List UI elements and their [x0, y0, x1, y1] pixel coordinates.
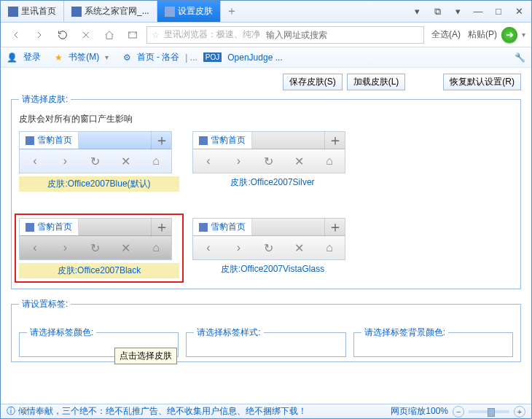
tab-bg-fieldset: 请选择标签背景颜色: — [353, 326, 513, 357]
tab-label: 设置皮肤 — [178, 5, 213, 17]
bookmark-poj[interactable]: OpenJudge ... — [227, 52, 282, 63]
home-button[interactable] — [100, 26, 119, 44]
title-tabs: 里讯首页 系统之家官网_... 设置皮肤 ＋ — [1, 1, 404, 22]
tab-label: 里讯首页 — [21, 5, 56, 17]
back-button[interactable] — [7, 26, 26, 44]
luogu-icon: ⚙ — [123, 52, 131, 63]
save-skin-button[interactable]: 保存皮肤(S) — [283, 74, 343, 90]
new-tab-button[interactable]: ＋ — [221, 1, 243, 22]
skin-preview: 雪豹首页＋ ‹ › ↻ ✕ ⌂ — [192, 131, 345, 173]
plus-icon: ＋ — [151, 130, 171, 150]
tooltip: 点击选择皮肤 — [114, 348, 177, 364]
menu-dropdown[interactable]: ▾ — [410, 6, 423, 17]
tab-style-legend: 请选择标签样式: — [194, 326, 263, 339]
zoom-in-button[interactable]: + — [514, 406, 525, 418]
back-icon: ‹ — [198, 241, 219, 254]
login-link[interactable]: 登录 — [23, 51, 41, 63]
maximize-button[interactable]: □ — [492, 6, 505, 17]
stop-button[interactable] — [77, 26, 95, 44]
zoom-label: 网页缩放100% — [391, 405, 448, 418]
skin-option-blue[interactable]: 雪豹首页＋ ‹ › ↻ ✕ ⌂ 皮肤:Office2007Blue(默认) — [19, 131, 179, 192]
skin-option-black[interactable]: 雪豹首页＋ ‹ › ↻ ✕ ⌂ 皮肤:Office2007Black — [19, 218, 179, 278]
tab-style-fieldset: 请选择标签样式: — [186, 326, 345, 357]
sidebar-button[interactable] — [123, 26, 142, 44]
home-icon: ⌂ — [146, 241, 166, 254]
bookmarks-menu[interactable]: 书签(M) — [69, 51, 99, 63]
paste-button[interactable]: 粘贴(P) — [468, 28, 497, 41]
compact-mode-icon[interactable]: ⧉ — [431, 6, 444, 17]
reload-icon: ↻ — [85, 154, 106, 168]
user-icon[interactable]: 👤 — [7, 52, 17, 63]
back-icon: ‹ — [25, 241, 45, 254]
zoom-slider[interactable] — [469, 410, 509, 413]
zoom-out-button[interactable]: − — [453, 406, 464, 418]
close-button[interactable]: ✕ — [512, 6, 525, 17]
skin-legend: 请选择皮肤: — [19, 93, 71, 106]
tab-bg-legend: 请选择标签背景颜色: — [361, 326, 448, 339]
bookmarks-dropdown[interactable]: ▾ — [105, 53, 109, 61]
select-all-button[interactable]: 全选(A) — [431, 28, 461, 41]
plus-icon: ＋ — [324, 217, 345, 237]
app-icon — [8, 7, 18, 17]
star-icon: ★ — [55, 52, 63, 63]
skin-label: 皮肤:Office2007Black — [19, 263, 179, 278]
go-dropdown[interactable]: ▾ — [522, 31, 525, 39]
stop-icon: ✕ — [116, 154, 136, 168]
app-icon — [26, 223, 34, 232]
skin-label: 皮肤:Office2007Blue(默认) — [19, 176, 179, 192]
load-skin-button[interactable]: 加载皮肤(L) — [347, 74, 406, 90]
window-controls: ▾ ⧉ ▾ — □ ✕ — [404, 6, 531, 17]
bookmark-bar: 👤 登录 ★ 书签(M) ▾ ⚙ 首页 - 洛谷 | ... POJ OpenJ… — [1, 47, 531, 68]
skin-label: 皮肤:Office2007Silver — [192, 176, 353, 189]
go-button[interactable]: ➔ — [501, 27, 517, 43]
bookmark-more[interactable]: | ... — [185, 52, 197, 63]
title-tab-0[interactable]: 里讯首页 — [1, 1, 64, 22]
content: 保存皮肤(S) 加载皮肤(L) 恢复默认设置(R) 请选择皮肤: 皮肤会对所有的… — [1, 68, 531, 404]
address-bar[interactable]: ☆ 里讯浏览器：极速、纯净 — [146, 26, 424, 44]
stop-icon: ✕ — [289, 241, 310, 255]
home-icon: ⌂ — [319, 154, 340, 168]
title-tab-1[interactable]: 系统之家官网_... — [64, 1, 157, 22]
minimize-button[interactable]: — — [472, 6, 485, 17]
app-icon — [71, 7, 82, 17]
tabs-legend: 请设置标签: — [19, 298, 71, 310]
compact-dropdown[interactable]: ▾ — [451, 6, 464, 17]
skin-option-silver[interactable]: 雪豹首页＋ ‹ › ↻ ✕ ⌂ 皮肤:Office2007Silver — [192, 131, 353, 192]
skin-preview: 雪豹首页＋ ‹ › ↻ ✕ ⌂ — [19, 131, 172, 173]
toolbar: ☆ 里讯浏览器：极速、纯净 全选(A) 粘贴(P) ➔ ▾ — [1, 23, 531, 47]
status-message: 倾情奉献，三个绝不：绝不乱推广告、绝不收集用户信息、绝不捆绑下载！ — [18, 405, 307, 418]
restore-defaults-button[interactable]: 恢复默认设置(R) — [443, 74, 521, 90]
skin-preview: 雪豹首页＋ ‹ › ↻ ✕ ⌂ — [192, 218, 345, 260]
reload-icon: ↻ — [85, 241, 106, 255]
skin-label: 皮肤:Office2007VistaGlass — [192, 263, 353, 275]
home-icon: ⌂ — [319, 241, 340, 254]
skin-info: 皮肤会对所有的窗口产生影响 — [19, 113, 513, 125]
plus-icon: ＋ — [151, 217, 171, 237]
forward-button[interactable] — [30, 26, 49, 44]
forward-icon: › — [228, 241, 249, 254]
brand-text: 里讯浏览器：极速、纯净 — [164, 28, 260, 41]
poj-icon: POJ — [203, 52, 222, 62]
titlebar: 里讯首页 系统之家官网_... 设置皮肤 ＋ ▾ ⧉ ▾ — □ ✕ — [1, 1, 531, 23]
tabs-fieldset: 请设置标签: 请选择标签颜色: 请选择标签样式: 请选择标签背景颜色: — [11, 298, 521, 362]
info-icon: ⓘ — [7, 405, 15, 418]
bookmark-luogu[interactable]: 首页 - 洛谷 — [137, 51, 180, 63]
title-tab-2[interactable]: 设置皮肤 — [157, 1, 221, 22]
reload-icon: ↻ — [259, 241, 279, 255]
address-input[interactable] — [266, 30, 419, 40]
forward-icon: › — [228, 154, 249, 168]
settings-icon[interactable]: 🔧 — [515, 52, 525, 63]
stop-icon: ✕ — [289, 154, 310, 168]
reload-button[interactable] — [53, 26, 72, 44]
app-icon — [165, 7, 175, 17]
skin-grid: 雪豹首页＋ ‹ › ↻ ✕ ⌂ 皮肤:Office2007Blue(默认) 雪豹… — [19, 131, 513, 278]
skin-option-vista[interactable]: 雪豹首页＋ ‹ › ↻ ✕ ⌂ 皮肤:Office2007VistaGlass — [192, 218, 353, 278]
app-icon — [26, 136, 34, 145]
tab-color-legend: 请选择标签颜色: — [27, 326, 96, 339]
app-icon — [199, 223, 208, 232]
star-icon[interactable]: ☆ — [152, 30, 160, 40]
home-icon: ⌂ — [146, 154, 166, 168]
statusbar: ⓘ 倾情奉献，三个绝不：绝不乱推广告、绝不收集用户信息、绝不捆绑下载！ 网页缩放… — [1, 404, 531, 418]
plus-icon: ＋ — [324, 130, 345, 150]
skin-fieldset: 请选择皮肤: 皮肤会对所有的窗口产生影响 雪豹首页＋ ‹ › ↻ ✕ ⌂ 皮肤:… — [11, 93, 521, 289]
